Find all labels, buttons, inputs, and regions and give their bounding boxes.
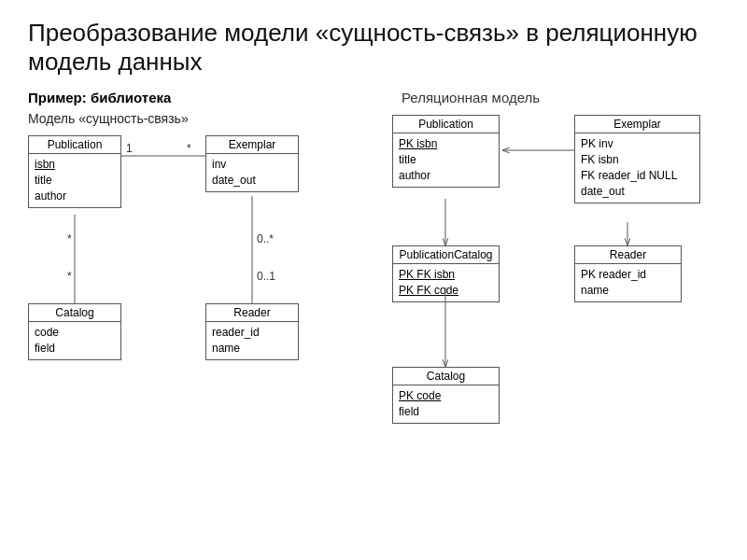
right-title: Реляционная модель (374, 90, 719, 105)
left-panel: Пример: библиотека Модель «сущность-связ… (28, 90, 374, 453)
rel-cat-header: Catalog (393, 368, 499, 385)
svg-text:0..1: 0..1 (257, 270, 275, 283)
rel-ex-inv: PK inv (581, 136, 694, 152)
rel-cat-body: PK code field (393, 385, 499, 423)
er-pub-author: author (35, 189, 115, 204)
svg-text:*: * (67, 270, 72, 283)
rel-pc-isbn: PK FK isbn (399, 267, 493, 283)
er-catalog-header: Catalog (29, 304, 120, 322)
page: Преобразование модели «сущность-связь» в… (0, 0, 747, 560)
er-catalog-box: Catalog code field (28, 303, 121, 360)
svg-text:0..*: 0..* (257, 232, 274, 245)
svg-text:*: * (67, 232, 72, 245)
rel-publication-box: Publication PK isbn title author (392, 115, 500, 187)
er-reader-header: Reader (206, 304, 298, 322)
subtitle: Пример: библиотека (28, 90, 374, 105)
er-ex-dateout: date_out (212, 173, 292, 189)
rel-ex-dateout: date_out (581, 184, 694, 200)
er-exemplar-header: Exemplar (206, 136, 298, 154)
rel-pc-header: PublicationCatalog (393, 246, 499, 264)
rel-reader-body: PK reader_id name (575, 264, 681, 301)
rel-pub-header: Publication (393, 116, 499, 133)
er-diagram: Publication isbn title author Exemplar i… (28, 135, 374, 453)
er-reader-box: Reader reader_id name (205, 303, 299, 360)
rel-reader-name: name (581, 283, 675, 299)
rel-ex-readerid: FK reader_id NULL (581, 168, 694, 184)
rel-reader-header: Reader (575, 246, 681, 264)
rel-exemplar-box: Exemplar PK inv FK isbn FK reader_id NUL… (574, 115, 700, 203)
rel-pub-body: PK isbn title author (393, 133, 499, 186)
rel-pc-code: PK FK code (399, 283, 493, 299)
right-panel: Реляционная модель Publication PK isbn t… (374, 90, 719, 453)
rel-ex-body: PK inv FK isbn FK reader_id NULL date_ou… (575, 133, 699, 202)
rel-pub-author: author (399, 168, 493, 184)
model-label: Модель «сущность-связь» (28, 111, 374, 126)
rel-pubcatalog-box: PublicationCatalog PK FK isbn PK FK code (392, 245, 500, 302)
er-reader-name: name (212, 341, 292, 357)
rel-pc-body: PK FK isbn PK FK code (393, 264, 499, 301)
rel-cat-code: PK code (399, 388, 493, 404)
rel-pub-isbn: PK isbn (399, 136, 493, 152)
rel-ex-header: Exemplar (575, 116, 699, 133)
rel-pub-title: title (399, 152, 493, 168)
er-pub-isbn: isbn (35, 157, 115, 173)
er-reader-body: reader_id name (206, 322, 298, 359)
er-ex-inv: inv (212, 157, 292, 173)
er-cat-field: field (35, 341, 115, 357)
er-publication-box: Publication isbn title author (28, 135, 121, 207)
svg-text:*: * (187, 142, 191, 155)
rel-diagram: Publication PK isbn title author Exempla… (374, 115, 710, 432)
rel-catalog-box: Catalog PK code field (392, 367, 500, 424)
er-pub-title: title (35, 173, 115, 189)
svg-text:1: 1 (126, 142, 133, 155)
er-cat-code: code (35, 325, 115, 341)
rel-reader-box: Reader PK reader_id name (574, 245, 682, 302)
er-exemplar-box: Exemplar inv date_out (205, 135, 299, 192)
er-catalog-body: code field (29, 322, 120, 359)
rel-reader-id: PK reader_id (581, 267, 675, 283)
page-title: Преобразование модели «сущность-связь» в… (28, 19, 719, 77)
main-content: Пример: библиотека Модель «сущность-связ… (28, 90, 719, 453)
er-exemplar-body: inv date_out (206, 154, 298, 191)
rel-ex-isbn: FK isbn (581, 152, 694, 168)
rel-cat-field: field (399, 404, 493, 420)
er-publication-body: isbn title author (29, 154, 120, 206)
er-publication-header: Publication (29, 136, 120, 154)
er-reader-id: reader_id (212, 325, 292, 341)
